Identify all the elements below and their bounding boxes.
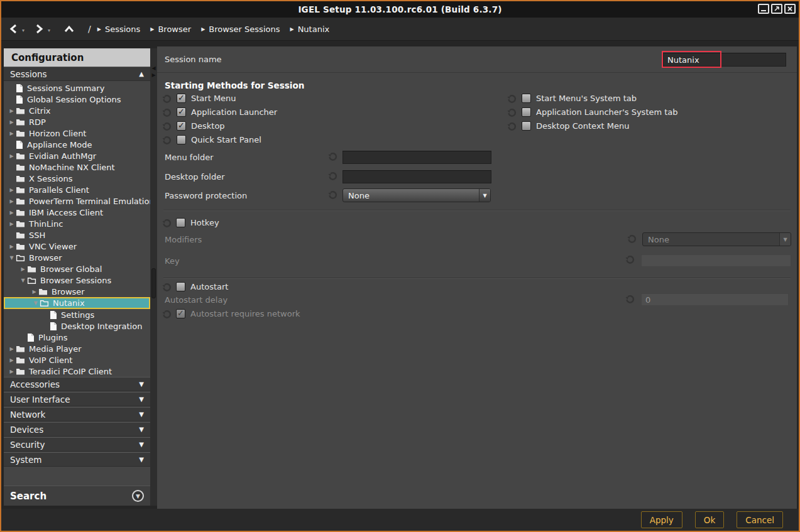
- reset-icon[interactable]: [162, 122, 172, 132]
- breadcrumb-item-nutanix[interactable]: ▶Nutanix: [290, 24, 329, 34]
- checkbox-start-menu-s-system-tab[interactable]: [522, 94, 531, 103]
- section-header-system[interactable]: System▼: [4, 452, 150, 467]
- collapsed-arrow-icon[interactable]: ▶: [8, 221, 16, 227]
- expanded-arrow-icon[interactable]: ▼: [8, 255, 16, 261]
- reset-icon[interactable]: [162, 94, 172, 104]
- maximize-button[interactable]: [771, 4, 782, 14]
- checkbox-application-launcher-s-system-tab[interactable]: [522, 107, 531, 117]
- breadcrumb-item-browser-sessions[interactable]: ▶Browser Sessions: [201, 24, 280, 34]
- section-header-security[interactable]: Security▼: [4, 437, 150, 452]
- session-name-input[interactable]: [663, 53, 786, 67]
- checkbox-desktop-context-menu[interactable]: [522, 121, 531, 131]
- tree-item-global-session-options[interactable]: Global Session Options: [4, 94, 150, 105]
- hotkey-checkbox[interactable]: [176, 218, 185, 227]
- section-header-sessions[interactable]: Sessions ▲: [4, 67, 150, 81]
- apply-button[interactable]: Apply: [641, 511, 682, 528]
- tree-item-vnc-viewer[interactable]: ▶VNC Viewer: [4, 241, 150, 252]
- ok-button[interactable]: Ok: [695, 511, 724, 528]
- reset-icon[interactable]: [627, 234, 637, 244]
- cancel-button[interactable]: Cancel: [737, 511, 783, 528]
- collapsed-arrow-icon[interactable]: ▶: [19, 266, 27, 272]
- search-bar[interactable]: Search ▼: [4, 486, 150, 506]
- checkbox-start-menu[interactable]: [177, 94, 186, 103]
- tree-item-evidian-authmgr[interactable]: ▶Evidian AuthMgr: [4, 150, 150, 161]
- reset-icon[interactable]: [328, 190, 338, 200]
- breadcrumb-item-sessions[interactable]: ▶Sessions: [97, 24, 141, 34]
- tree-item-browser-global[interactable]: ▶Browser Global: [4, 263, 150, 274]
- checkbox-desktop[interactable]: [177, 121, 186, 131]
- expanded-arrow-icon[interactable]: ▼: [19, 278, 27, 283]
- close-button[interactable]: [784, 4, 796, 14]
- reset-icon[interactable]: [328, 152, 338, 162]
- tree-item-parallels-client[interactable]: ▶Parallels Client: [4, 184, 150, 195]
- collapsed-arrow-icon[interactable]: ▶: [8, 153, 16, 159]
- tree-item-thinlinc[interactable]: ▶ThinLinc: [4, 218, 150, 229]
- scrollbar-thumb[interactable]: [151, 268, 156, 298]
- tree-item-nutanix[interactable]: ▼Nutanix: [4, 297, 150, 309]
- forward-history-dropdown-icon[interactable]: ▾: [48, 28, 50, 33]
- reset-icon[interactable]: [162, 283, 172, 293]
- desktop-folder-input[interactable]: [342, 170, 491, 183]
- collapsed-arrow-icon[interactable]: ▶: [8, 210, 16, 215]
- tree-item-settings[interactable]: Settings: [4, 309, 150, 320]
- splitter-collapse-icons[interactable]: ◀▶: [151, 65, 156, 79]
- tree-item-browser[interactable]: ▶Browser: [4, 286, 150, 297]
- reset-icon[interactable]: [328, 171, 338, 182]
- up-button[interactable]: [64, 25, 74, 33]
- reset-icon[interactable]: [625, 255, 635, 265]
- tree-item-media-player[interactable]: ▶Media Player: [4, 343, 150, 354]
- reset-icon[interactable]: [507, 94, 517, 104]
- collapsed-arrow-icon[interactable]: ▶: [8, 131, 16, 136]
- back-button[interactable]: [9, 24, 18, 34]
- section-header-accessories[interactable]: Accessories▼: [4, 377, 150, 391]
- password-protection-dropdown[interactable]: None ▼: [342, 188, 491, 202]
- tree-item-horizon-client[interactable]: ▶Horizon Client: [4, 128, 150, 139]
- tree-item-nomachine-nx-client[interactable]: NoMachine NX Client: [4, 161, 150, 173]
- collapsed-arrow-icon[interactable]: ▶: [8, 108, 16, 114]
- autostart-checkbox[interactable]: [176, 282, 185, 291]
- menu-folder-input[interactable]: [342, 151, 491, 164]
- tree-item-x-sessions[interactable]: X Sessions: [4, 173, 150, 184]
- reset-icon[interactable]: [507, 108, 517, 118]
- tree-item-browser[interactable]: ▼Browser: [4, 252, 150, 263]
- tree-item-ibm-iaccess-client[interactable]: ▶IBM iAccess Client: [4, 207, 150, 218]
- expanded-arrow-icon[interactable]: ▼: [31, 300, 40, 306]
- tree-item-appliance-mode[interactable]: Appliance Mode: [4, 139, 150, 150]
- tree-item-plugins[interactable]: Plugins: [4, 332, 150, 343]
- collapsed-arrow-icon[interactable]: ▶: [8, 198, 16, 204]
- reset-icon[interactable]: [162, 108, 172, 118]
- section-header-network[interactable]: Network▼: [4, 407, 150, 421]
- collapsed-arrow-icon[interactable]: ▶: [8, 119, 16, 125]
- tree-item-voip-client[interactable]: ▶VoIP Client: [4, 354, 150, 366]
- checkbox-quick-start-panel[interactable]: [177, 135, 186, 144]
- collapsed-arrow-icon[interactable]: ▶: [8, 187, 16, 193]
- minimize-button[interactable]: [758, 4, 769, 14]
- tree-item-browser-sessions[interactable]: ▼Browser Sessions: [4, 274, 150, 286]
- reset-icon[interactable]: [162, 219, 172, 229]
- tree-item-ssh[interactable]: SSH: [4, 229, 150, 241]
- section-header-devices[interactable]: Devices▼: [4, 422, 150, 437]
- collapsed-arrow-icon[interactable]: ▶: [30, 289, 38, 295]
- search-expand-icon[interactable]: ▼: [132, 490, 144, 502]
- tree-item-sessions-summary[interactable]: Sessions Summary: [4, 82, 150, 94]
- reset-icon[interactable]: [507, 122, 517, 132]
- forward-button[interactable]: [35, 24, 44, 34]
- tree-item-desktop-integration[interactable]: Desktop Integration: [4, 320, 150, 332]
- tree-item-citrix[interactable]: ▶Citrix: [4, 105, 150, 116]
- checkbox-application-launcher[interactable]: [177, 107, 186, 117]
- tree-scrollbar[interactable]: ◀▶: [150, 48, 157, 506]
- collapsed-arrow-icon[interactable]: ▶: [8, 369, 16, 374]
- breadcrumb-item-browser[interactable]: ▶Browser: [150, 24, 191, 34]
- section-header-user-interface[interactable]: User Interface▼: [4, 392, 150, 406]
- back-history-dropdown-icon[interactable]: ▾: [22, 28, 25, 33]
- reset-icon[interactable]: [162, 136, 172, 146]
- tree-item-powerterm-terminal-emulation[interactable]: ▶PowerTerm Terminal Emulation: [4, 195, 150, 207]
- collapsed-arrow-icon[interactable]: ▶: [8, 357, 16, 363]
- tree-item-rdp[interactable]: ▶RDP: [4, 116, 150, 128]
- dropdown-arrow-icon[interactable]: ▼: [479, 189, 490, 202]
- reset-icon[interactable]: [625, 295, 635, 305]
- tree-item-teradici-pcoip-client[interactable]: ▶Teradici PCoIP Client: [4, 366, 150, 377]
- reset-icon[interactable]: [162, 310, 172, 320]
- collapsed-arrow-icon[interactable]: ▶: [8, 244, 16, 249]
- collapsed-arrow-icon[interactable]: ▶: [8, 346, 16, 352]
